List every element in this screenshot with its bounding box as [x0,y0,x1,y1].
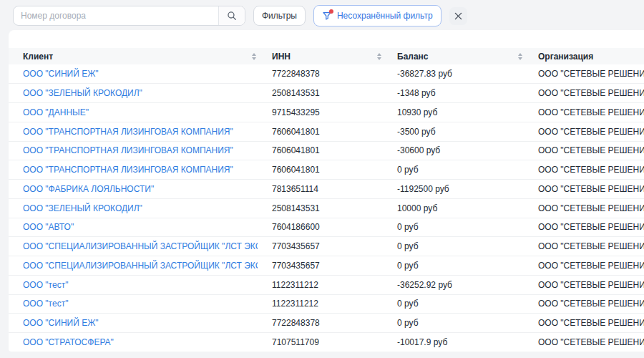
client-link[interactable]: ООО "ТРАНСПОРТНАЯ ЛИЗИНГОВАЯ КОМПАНИЯ" [23,145,233,155]
organization-cell: ООО "СЕТЕВЫЕ РЕШЕНИЯ" [524,64,644,84]
table-row[interactable]: ООО "ТРАНСПОРТНАЯ ЛИЗИНГОВАЯ КОМПАНИЯ" 7… [9,160,644,180]
table-row[interactable]: ООО "СИНИЙ ЕЖ" 7722848378 -36827.83 руб … [9,64,644,84]
balance-cell: 10930 руб [383,103,524,122]
client-link[interactable]: ООО "тест" [23,280,68,290]
clients-panel: КлиентИННБалансОрганизация ООО "СИНИЙ ЕЖ… [9,30,644,352]
inn-cell: 7722848378 [258,314,383,333]
table-header-row: КлиентИННБалансОрганизация [9,48,644,64]
column-header-2[interactable]: ИНН [258,48,383,64]
organization-cell: ООО "СЕТЕВЫЕ РЕШЕНИЯ" [524,84,644,103]
inn-cell: 7606041801 [258,141,383,160]
table-row[interactable]: ООО "СТРАТОСФЕРА" 7107511709 -10017.9 ру… [9,333,644,352]
client-link[interactable]: ООО "СИНИЙ ЕЖ" [23,69,98,79]
balance-cell: -3500 руб [383,122,524,141]
inn-cell: 2508143531 [258,198,383,218]
inn-cell: 7703435657 [258,256,383,276]
balance-cell: -1192500 руб [383,180,524,199]
column-label: ИНН [272,52,291,62]
organization-cell: ООО "СЕТЕВЫЕ РЕШЕНИЯ" [524,180,644,199]
close-icon [454,12,462,20]
unsaved-filter-button[interactable]: Несохранённый фильтр [313,5,441,26]
column-label: Клиент [23,52,53,62]
table-row[interactable]: ООО "ЗЕЛЕНЫЙ КРОКОДИЛ" 2508143531 -1348 … [9,84,644,103]
contract-number-search-input[interactable] [14,6,218,25]
organization-cell: ООО "СЕТЕВЫЕ РЕШЕНИЯ" [524,218,644,237]
client-link[interactable]: ООО "ТРАНСПОРТНАЯ ЛИЗИНГОВАЯ КОМПАНИЯ" [23,127,233,137]
table-row[interactable]: ООО "АВТО" 7604186600 0 руб ООО "СЕТЕВЫЕ… [9,218,644,237]
balance-cell: -36827.83 руб [383,64,524,84]
inn-cell: 7813651114 [258,180,383,199]
client-link[interactable]: ООО "ЗЕЛЕНЫЙ КРОКОДИЛ" [23,88,142,98]
balance-cell: -36252.92 руб [383,275,524,294]
sort-icon[interactable] [518,53,522,60]
balance-cell: 0 руб [383,237,524,256]
organization-cell: ООО "СЕТЕВЫЕ РЕШЕНИЯ" [524,256,644,276]
table-row[interactable]: ООО "СПЕЦИАЛИЗИРОВАННЫЙ ЗАСТРОЙЩИК "ЛСТ … [9,237,644,256]
inn-cell: 7606041801 [258,122,383,141]
column-label: Баланс [397,52,429,62]
table-row[interactable]: ООО "ФАБРИКА ЛОЯЛЬНОСТИ" 7813651114 -119… [9,180,644,199]
balance-cell: -10017.9 руб [383,333,524,352]
column-label: Организация [538,52,593,62]
client-link[interactable]: ООО "АВТО" [23,222,74,232]
table-row[interactable]: ООО "тест" 1122311212 -36252.92 руб ООО … [9,275,644,294]
unsaved-filter-label: Несохранённый фильтр [337,11,433,21]
organization-cell: ООО "СЕТЕВЫЕ РЕШЕНИЯ" [524,333,644,352]
clients-table: КлиентИННБалансОрганизация ООО "СИНИЙ ЕЖ… [9,48,644,352]
organization-cell: ООО "СЕТЕВЫЕ РЕШЕНИЯ" [524,122,644,141]
inn-cell: 1122311212 [258,294,383,314]
table-row[interactable]: ООО "ЗЕЛЕНЫЙ КРОКОДИЛ" 2508143531 10000 … [9,198,644,218]
sort-icon[interactable] [252,53,256,60]
organization-cell: ООО "СЕТЕВЫЕ РЕШЕНИЯ" [524,275,644,294]
balance-cell: 0 руб [383,160,524,180]
table-body: ООО "СИНИЙ ЕЖ" 7722848378 -36827.83 руб … [9,64,644,352]
organization-cell: ООО "СЕТЕВЫЕ РЕШЕНИЯ" [524,141,644,160]
search-button[interactable] [218,6,245,25]
clear-filter-button[interactable] [449,7,467,25]
inn-cell: 7604186600 [258,218,383,237]
inn-cell: 1122311212 [258,275,383,294]
toolbar: Фильтры Несохранённый фильтр [13,5,467,26]
column-header-4: Организация [524,48,644,64]
inn-cell: 7107511709 [258,333,383,352]
filters-button-label: Фильтры [262,11,297,21]
funnel-icon [322,11,332,21]
client-link[interactable]: ООО "СПЕЦИАЛИЗИРОВАННЫЙ ЗАСТРОЙЩИК "ЛСТ … [23,261,258,271]
inn-cell: 7703435657 [258,237,383,256]
organization-cell: ООО "СЕТЕВЫЕ РЕШЕНИЯ" [524,237,644,256]
inn-cell: 7606041801 [258,160,383,180]
balance-cell: -1348 руб [383,84,524,103]
client-link[interactable]: ООО "ДАННЫЕ" [23,107,89,117]
inn-cell: 9715433295 [258,103,383,122]
table-row[interactable]: ООО "СИНИЙ ЕЖ" 7722848378 0 руб ООО "СЕТ… [9,314,644,333]
balance-cell: 0 руб [383,218,524,237]
column-header-3[interactable]: Баланс [383,48,524,64]
client-link[interactable]: ООО "тест" [23,299,68,309]
sort-icon[interactable] [377,53,381,60]
client-link[interactable]: ООО "ЗЕЛЕНЫЙ КРОКОДИЛ" [23,203,142,213]
inn-cell: 2508143531 [258,84,383,103]
balance-cell: 0 руб [383,314,524,333]
organization-cell: ООО "СЕТЕВЫЕ РЕШЕНИЯ" [524,198,644,218]
table-row[interactable]: ООО "ТРАНСПОРТНАЯ ЛИЗИНГОВАЯ КОМПАНИЯ" 7… [9,141,644,160]
table-row[interactable]: ООО "СПЕЦИАЛИЗИРОВАННЫЙ ЗАСТРОЙЩИК "ЛСТ … [9,256,644,276]
table-row[interactable]: ООО "тест" 1122311212 0 руб ООО "СЕТЕВЫЕ… [9,294,644,314]
balance-cell: -30600 руб [383,141,524,160]
client-link[interactable]: ООО "СИНИЙ ЕЖ" [23,318,98,328]
clients-page: { "toolbar": { "search": { "placeholder"… [0,0,644,358]
organization-cell: ООО "СЕТЕВЫЕ РЕШЕНИЯ" [524,294,644,314]
filters-button[interactable]: Фильтры [253,6,306,26]
column-header-1[interactable]: Клиент [9,48,258,64]
client-link[interactable]: ООО "ФАБРИКА ЛОЯЛЬНОСТИ" [23,184,154,194]
balance-cell: 10000 руб [383,198,524,218]
balance-cell: 0 руб [383,256,524,276]
table-row[interactable]: ООО "ТРАНСПОРТНАЯ ЛИЗИНГОВАЯ КОМПАНИЯ" 7… [9,122,644,141]
table-row[interactable]: ООО "ДАННЫЕ" 9715433295 10930 руб ООО "С… [9,103,644,122]
search-icon [227,11,237,21]
contract-search-group [13,6,245,26]
client-link[interactable]: ООО "ТРАНСПОРТНАЯ ЛИЗИНГОВАЯ КОМПАНИЯ" [23,165,233,175]
client-link[interactable]: ООО "СТРАТОСФЕРА" [23,337,114,347]
balance-cell: 0 руб [383,294,524,314]
organization-cell: ООО "СЕТЕВЫЕ РЕШЕНИЯ" [524,160,644,180]
client-link[interactable]: ООО "СПЕЦИАЛИЗИРОВАННЫЙ ЗАСТРОЙЩИК "ЛСТ … [23,241,258,251]
